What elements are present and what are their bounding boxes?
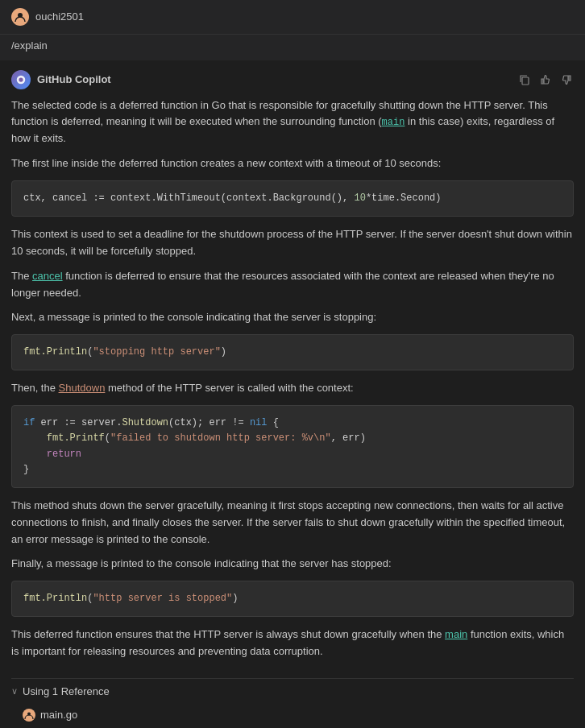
user-name: ouchi2501 xyxy=(35,9,84,25)
copilot-icon xyxy=(11,70,31,89)
reference-file: main.go xyxy=(0,704,585,728)
main-link-2[interactable]: main xyxy=(445,628,467,640)
file-avatar-icon xyxy=(23,709,35,722)
code-line: fmt.Println("http server is stopped") xyxy=(23,591,562,606)
para3-text: The cancel function is deferred to ensur… xyxy=(11,268,574,302)
file-name: main.go xyxy=(40,707,77,723)
avatar xyxy=(11,8,29,26)
para1-text: The first line inside the deferred funct… xyxy=(11,155,574,172)
reference-label: Using 1 Reference xyxy=(23,684,110,700)
code-line: ctx, cancel := context.WithTimeout(conte… xyxy=(23,191,562,206)
svg-point-2 xyxy=(19,77,23,81)
copilot-name: GitHub Copilot xyxy=(37,72,111,88)
thumbs-down-icon[interactable] xyxy=(559,72,574,87)
code-line-1: if err := server.Shutdown(ctx); err != n… xyxy=(23,416,562,431)
reference-section[interactable]: ∨ Using 1 Reference xyxy=(0,679,585,705)
copilot-header: GitHub Copilot xyxy=(11,70,574,89)
command-text: /explain xyxy=(0,35,585,60)
thumbs-up-icon[interactable] xyxy=(538,72,553,87)
code-line-4: } xyxy=(23,462,562,478)
intro-paragraph: The selected code is a deferred function… xyxy=(11,97,574,148)
para5-text: Then, the Shutdown method of the HTTP se… xyxy=(11,380,574,397)
copy-icon[interactable] xyxy=(517,72,532,87)
cancel-link[interactable]: cancel xyxy=(32,270,63,282)
para2-text: This context is used to set a deadline f… xyxy=(11,226,574,260)
para4-text: Next, a message is printed to the consol… xyxy=(11,309,574,326)
main-link-1[interactable]: main xyxy=(382,117,405,128)
para6-text: This method shuts down the server gracef… xyxy=(11,498,574,548)
command-label: /explain xyxy=(11,39,48,52)
code-block-2: fmt.Println("stopping http server") xyxy=(11,334,574,370)
code-block-1: ctx, cancel := context.WithTimeout(conte… xyxy=(11,180,574,217)
shutdown-link[interactable]: Shutdown xyxy=(59,382,106,394)
code-line-2: fmt.Printf("failed to shutdown http serv… xyxy=(23,431,562,446)
copilot-identity: GitHub Copilot xyxy=(11,70,111,89)
code-block-3: if err := server.Shutdown(ctx); err != n… xyxy=(11,405,574,488)
code-block-4: fmt.Println("http server is stopped") xyxy=(11,581,574,617)
svg-rect-3 xyxy=(522,77,529,85)
code-line: fmt.Println("stopping http server") xyxy=(23,345,562,360)
para7-text: Finally, a message is printed to the con… xyxy=(11,556,574,573)
code-line-3: return xyxy=(23,447,562,462)
para8-text: This deferred function ensures that the … xyxy=(11,627,574,660)
action-icons xyxy=(517,72,574,87)
response-section: GitHub Copilot xyxy=(0,60,585,678)
user-header: ouchi2501 xyxy=(0,0,585,35)
chevron-down-icon: ∨ xyxy=(11,685,18,698)
